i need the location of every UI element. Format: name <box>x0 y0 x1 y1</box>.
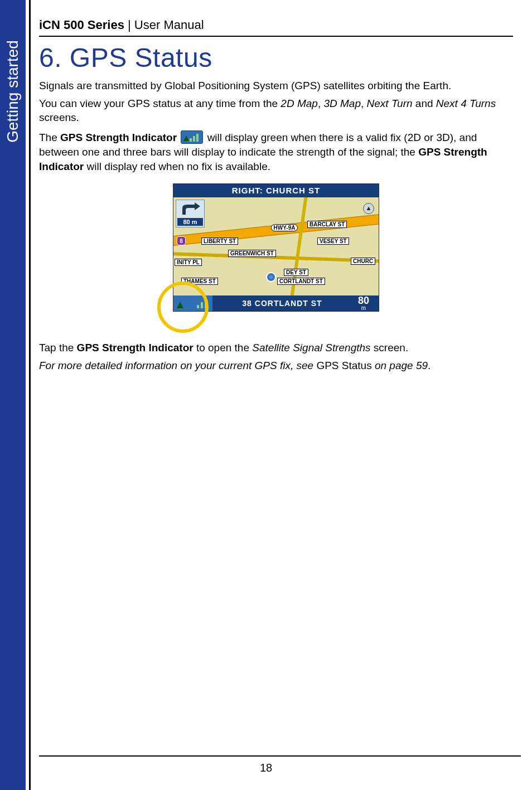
hwy-shield: HWY-9A <box>271 224 298 231</box>
p4-b: GPS Strength Indicator <box>77 342 194 353</box>
paragraph-2: You can view your GPS status at any time… <box>39 96 513 125</box>
turn-indicator: 80 m <box>176 200 205 227</box>
p5-dot: . <box>428 360 431 371</box>
street-label-trinity: INITY PL <box>175 259 202 266</box>
street-label-church: CHURC <box>351 258 375 265</box>
p2-a: You can view your GPS status at any time… <box>39 98 280 109</box>
map-current-address: 38 CORTLANDT ST <box>212 299 352 308</box>
header-manual: User Manual <box>134 18 204 32</box>
p2-c1: , <box>318 98 324 109</box>
road-secondary <box>173 252 379 265</box>
p4-a: Tap the <box>39 342 77 353</box>
p2-c3: and <box>413 98 436 109</box>
page-title: 6. GPS Status <box>39 42 513 73</box>
side-tab-label: Getting started <box>4 40 22 143</box>
p4-d: screen. <box>371 342 409 353</box>
street-label-dey: DEY ST <box>284 269 308 276</box>
street-label-liberty: LIBERTY ST <box>201 238 238 245</box>
paragraph-1: Signals are transmitted by Global Positi… <box>39 79 513 93</box>
p2-i3: Next Turn <box>367 98 413 109</box>
p5-i2: on page 59 <box>372 360 428 371</box>
street-label-barclay: BARCLAY ST <box>307 221 347 228</box>
vertical-rule <box>29 0 31 790</box>
content: iCN 500 Series | User Manual 6. GPS Stat… <box>39 0 524 376</box>
p2-i4: Next 4 Turns <box>436 98 496 109</box>
gps-strength-indicator-icon <box>181 130 203 144</box>
running-header: iCN 500 Series | User Manual <box>39 18 513 37</box>
header-series: iCN 500 Series <box>39 18 124 32</box>
p2-c2: , <box>361 98 367 109</box>
street-label-greenwich: GREENWICH ST <box>228 250 276 257</box>
compass-icon <box>363 203 374 214</box>
road-vertical <box>287 183 310 312</box>
p3-a: The <box>39 132 60 143</box>
device-screenshot: RIGHT: CHURCH ST 80 m 8 HWY-9A BARCLAY S… <box>173 183 379 328</box>
paragraph-5: For more detailed information on your cu… <box>39 358 513 373</box>
p2-b: screens. <box>39 112 79 123</box>
p3-end: will display red when no fix is availabl… <box>84 161 270 172</box>
header-sep: | <box>124 18 134 32</box>
page: Getting started iCN 500 Series | User Ma… <box>0 0 532 790</box>
map-instruction-bar: RIGHT: CHURCH ST <box>173 184 379 197</box>
page-number: 18 <box>0 762 532 774</box>
p4-i: Satellite Signal Strengths <box>252 342 370 353</box>
paragraph-4: Tap the GPS Strength Indicator to open t… <box>39 341 513 355</box>
turn-arrow-icon <box>179 201 201 217</box>
route-badge-icon: 8 <box>177 236 186 245</box>
p2-i2: 3D Map <box>323 98 361 109</box>
side-tab: Getting started <box>2 13 23 169</box>
p4-c: to open the <box>194 342 253 353</box>
street-label-vesey: VESEY ST <box>317 238 349 245</box>
p5-i1: For more detailed information on your cu… <box>39 360 316 371</box>
map-distance-unit: m <box>352 306 375 311</box>
p2-i1: 2D Map <box>280 98 318 109</box>
callout-circle-icon <box>157 282 209 333</box>
map-distance: 80 m <box>352 295 379 311</box>
street-label-cortlandt: CORTLANDT ST <box>277 278 325 285</box>
paragraph-3: The GPS Strength Indicator will display … <box>39 130 513 173</box>
turn-distance: 80 m <box>177 218 203 226</box>
location-pin-icon <box>266 272 276 282</box>
footer-rule <box>39 755 521 757</box>
map-distance-value: 80 <box>352 295 375 306</box>
p3-b1: GPS Strength Indicator <box>60 132 177 143</box>
p5-n: GPS Status <box>316 360 371 371</box>
